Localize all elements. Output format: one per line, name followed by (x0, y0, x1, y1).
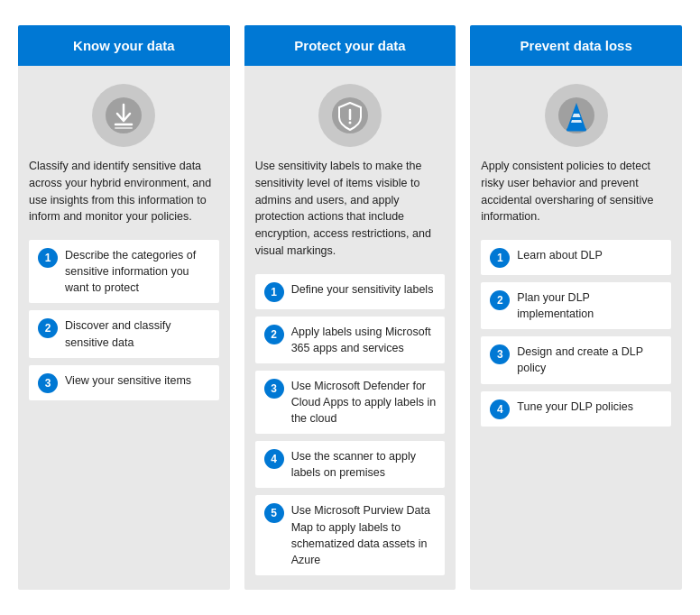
prevent-description: Apply consistent policies to detect risk… (481, 158, 671, 225)
prevent-step-4-num: 4 (490, 399, 510, 419)
prevent-step-list: 1 Learn about DLP 2 Plan your DLP implem… (481, 240, 671, 427)
prevent-icon-area (481, 84, 671, 147)
know-step-1-text: Describe the categories of sensitive inf… (65, 247, 210, 296)
protect-description: Use sensitivity labels to make the sensi… (255, 158, 446, 260)
prevent-step-2-text: Plan your DLP implementation (517, 289, 662, 322)
protect-step-1-num: 1 (264, 282, 284, 302)
protect-icon-svg (330, 96, 370, 135)
protect-step-4-text: Use the scanner to apply labels on premi… (291, 448, 437, 481)
know-icon (92, 84, 155, 147)
svg-marker-9 (572, 114, 580, 117)
protect-header: Protect your data (244, 25, 456, 66)
know-your-data-column: Know your data Classify and identify sen… (18, 25, 230, 590)
protect-step-4-num: 4 (264, 449, 284, 469)
protect-step-2-text: Apply labels using Microsoft 365 apps an… (291, 324, 437, 356)
protect-icon (318, 84, 382, 147)
protect-step-3-num: 3 (264, 379, 284, 399)
know-header: Know your data (18, 25, 230, 66)
svg-rect-11 (566, 128, 586, 132)
protect-step-3[interactable]: 3 Use Microsoft Defender for Cloud Apps … (255, 371, 446, 434)
prevent-step-2-num: 2 (490, 290, 510, 310)
main-container: Know your data Classify and identify sen… (18, 25, 682, 590)
know-step-1[interactable]: 1 Describe the categories of sensitive i… (29, 240, 219, 303)
protect-icon-area (255, 84, 446, 147)
protect-step-2-num: 2 (264, 325, 284, 344)
know-step-3[interactable]: 3 View your sensitive items (29, 365, 219, 400)
prevent-step-1[interactable]: 1 Learn about DLP (481, 240, 671, 275)
know-step-3-num: 3 (38, 373, 58, 393)
protect-step-5[interactable]: 5 Use Microsoft Purview Data Map to appl… (255, 495, 446, 575)
know-step-2-text: Discover and classify sensitive data (65, 317, 210, 350)
know-step-list: 1 Describe the categories of sensitive i… (29, 240, 219, 400)
prevent-header: Prevent data loss (470, 25, 682, 66)
prevent-step-1-text: Learn about DLP (517, 247, 603, 263)
svg-marker-10 (571, 120, 582, 123)
prevent-step-3-num: 3 (490, 344, 510, 364)
know-step-2-num: 2 (38, 318, 58, 338)
protect-step-5-num: 5 (264, 503, 284, 523)
protect-step-1-text: Define your sensitivity labels (291, 281, 434, 298)
prevent-step-2[interactable]: 2 Plan your DLP implementation (481, 282, 671, 329)
prevent-step-4-text: Tune your DLP policies (517, 399, 633, 415)
prevent-step-1-num: 1 (490, 248, 510, 268)
know-icon-svg (104, 96, 143, 135)
know-step-3-text: View your sensitive items (65, 372, 191, 389)
prevent-step-4[interactable]: 4 Tune your DLP policies (481, 391, 671, 427)
prevent-step-3-text: Design and create a DLP policy (517, 344, 662, 376)
prevent-icon (545, 84, 608, 147)
protect-step-3-text: Use Microsoft Defender for Cloud Apps to… (291, 378, 437, 427)
protect-step-list: 1 Define your sensitivity labels 2 Apply… (255, 274, 446, 575)
know-icon-area (29, 84, 219, 147)
protect-your-data-column: Protect your data Use sensitivity labels… (244, 25, 456, 590)
protect-step-5-text: Use Microsoft Purview Data Map to apply … (291, 502, 437, 568)
prevent-icon-svg (557, 96, 596, 135)
know-step-2[interactable]: 2 Discover and classify sensitive data (29, 310, 219, 357)
svg-point-6 (349, 122, 352, 124)
prevent-step-3[interactable]: 3 Design and create a DLP policy (481, 336, 671, 383)
protect-step-4[interactable]: 4 Use the scanner to apply labels on pre… (255, 441, 446, 488)
know-step-1-num: 1 (38, 248, 58, 268)
protect-step-2[interactable]: 2 Apply labels using Microsoft 365 apps … (255, 317, 446, 363)
know-description: Classify and identify sensitive data acr… (29, 158, 219, 225)
protect-step-1[interactable]: 1 Define your sensitivity labels (255, 274, 446, 309)
prevent-data-loss-column: Prevent data loss (470, 25, 682, 590)
